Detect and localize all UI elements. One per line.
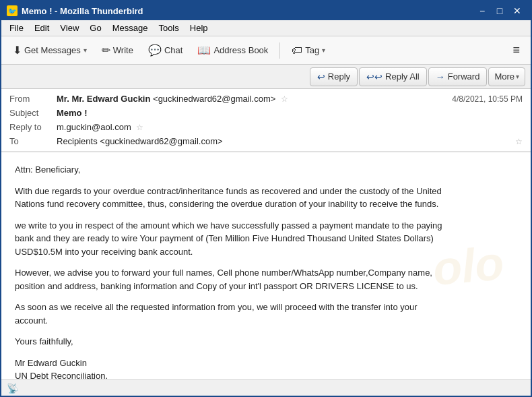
forward-button[interactable]: → Forward [428, 67, 488, 86]
sender-email: guckinedward62@gmail.com [158, 94, 271, 104]
sender-name: Mr. Mr. Edward Guckin [57, 94, 150, 104]
address-book-label: Address Book [213, 45, 268, 55]
reply-to-label: Reply to [9, 122, 57, 132]
email-header: From Mr. Mr. Edward Guckin <guckinedward… [1, 89, 531, 152]
write-icon: ✏ [102, 44, 110, 57]
reply-button[interactable]: ↩ Reply [310, 67, 358, 86]
forward-label: Forward [448, 71, 480, 82]
subject-value: Memo ! [57, 108, 523, 118]
menu-message[interactable]: Message [107, 22, 154, 34]
from-label: From [9, 94, 57, 104]
window-title: Memo ! - Mozilla Thunderbird [22, 6, 143, 16]
email-signature: Mr Edward Guckin UN Debt Reconciliation. [15, 357, 446, 380]
tag-icon: 🏷 [292, 44, 302, 57]
email-greeting: Attn: Beneficiary, [15, 163, 446, 177]
maximize-button[interactable]: □ [492, 4, 508, 18]
address-book-button[interactable]: 📖 Address Book [191, 40, 274, 61]
status-icon: 📡 [7, 383, 18, 394]
title-bar: 🐦 Memo ! - Mozilla Thunderbird − □ ✕ [1, 1, 531, 20]
get-messages-dropdown-arrow: ▾ [84, 47, 87, 54]
from-row: From Mr. Mr. Edward Guckin <guckinedward… [9, 92, 523, 106]
hamburger-button[interactable]: ≡ [507, 40, 525, 60]
address-book-icon: 📖 [197, 44, 211, 57]
minimize-button[interactable]: − [474, 4, 490, 18]
subject-label: Subject [9, 108, 57, 118]
email-para2: we write to you in respect of the amount… [15, 219, 446, 259]
toolbar-separator [279, 42, 280, 59]
main-window: 🐦 Memo ! - Mozilla Thunderbird − □ ✕ Fil… [0, 0, 532, 397]
app-icon: 🐦 [7, 5, 18, 16]
get-messages-icon: ⬇ [13, 44, 22, 57]
reply-all-label: Reply All [385, 71, 420, 82]
to-label: To [9, 136, 57, 146]
signature-name: Mr Edward Guckin [15, 358, 87, 368]
reply-all-icon: ↩↩ [366, 71, 383, 82]
write-button[interactable]: ✏ Write [96, 40, 139, 61]
menu-edit[interactable]: Edit [29, 22, 55, 34]
to-row: To Recipients <guckinedward62@gmail.com>… [9, 134, 523, 148]
get-messages-button[interactable]: ⬇ Get Messages ▾ [7, 40, 93, 61]
title-bar-left: 🐦 Memo ! - Mozilla Thunderbird [7, 5, 143, 16]
reply-all-button[interactable]: ↩↩ Reply All [359, 67, 427, 86]
tag-label: Tag [305, 45, 319, 55]
to-star-icon[interactable]: ☆ [515, 137, 523, 146]
tag-dropdown-arrow: ▾ [322, 47, 325, 54]
reply-to-value: m.guckin@aol.com ☆ [57, 122, 523, 132]
email-para1: With due regards to your overdue contrac… [15, 185, 446, 211]
email-body: Attn: Beneficiary, With due regards to y… [1, 152, 459, 379]
chat-button[interactable]: 💬 Chat [142, 40, 189, 61]
menu-bar: File Edit View Go Message Tools Help [1, 20, 531, 36]
reply-to-star-icon[interactable]: ☆ [136, 123, 143, 132]
action-bar: ↩ Reply ↩↩ Reply All → Forward More ▾ [1, 65, 531, 89]
forward-icon: → [436, 71, 445, 82]
subject-row: Subject Memo ! [9, 106, 523, 120]
toolbar: ⬇ Get Messages ▾ ✏ Write 💬 Chat 📖 Addres… [1, 36, 531, 65]
menu-file[interactable]: File [4, 22, 29, 34]
from-value: Mr. Mr. Edward Guckin <guckinedward62@gm… [57, 94, 452, 104]
email-para4: As soon as we receive all the requested … [15, 301, 446, 327]
reply-to-row: Reply to m.guckin@aol.com ☆ [9, 120, 523, 134]
reply-icon: ↩ [317, 71, 325, 82]
more-label: More [494, 71, 514, 82]
status-bar: 📡 [1, 379, 531, 396]
menu-go[interactable]: Go [84, 22, 106, 34]
subject-text: Memo ! [57, 108, 88, 118]
signature-org: UN Debt Reconciliation. [15, 371, 108, 379]
menu-tools[interactable]: Tools [153, 22, 184, 34]
email-closing: Yours faithfully, [15, 335, 446, 348]
menu-view[interactable]: View [55, 22, 84, 34]
menu-help[interactable]: Help [185, 22, 213, 34]
title-bar-controls: − □ ✕ [474, 4, 525, 18]
email-para3: However, we advise you to forward your f… [15, 266, 446, 293]
email-body-container: olo Attn: Beneficiary, With due regards … [1, 152, 531, 379]
more-dropdown-arrow: ▾ [516, 73, 519, 80]
get-messages-label: Get Messages [24, 45, 81, 55]
write-label: Write [113, 45, 133, 55]
tag-button[interactable]: 🏷 Tag ▾ [286, 40, 331, 61]
from-star-icon[interactable]: ☆ [281, 94, 288, 104]
to-value: Recipients <guckinedward62@gmail.com> [57, 136, 512, 146]
chat-icon: 💬 [148, 44, 162, 57]
email-date: 4/8/2021, 10:55 PM [452, 94, 523, 104]
reply-label: Reply [328, 71, 350, 82]
reply-to-email: m.guckin@aol.com [57, 122, 131, 132]
chat-label: Chat [164, 45, 182, 55]
close-button[interactable]: ✕ [509, 4, 525, 18]
more-button[interactable]: More ▾ [488, 67, 525, 86]
